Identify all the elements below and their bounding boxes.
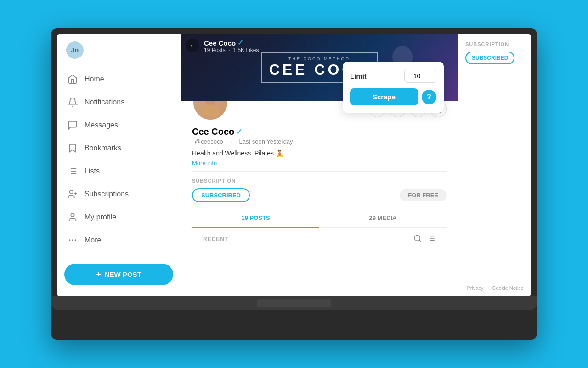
- svg-point-9: [71, 213, 74, 217]
- sidebar: Jo Home: [57, 34, 181, 296]
- right-subscription-section: SUBSCRIPTION SUBSCRIBED: [465, 41, 524, 64]
- banner-profile-name: Cee Coco ✓: [204, 39, 259, 47]
- sidebar-item-label-subscriptions: Subscriptions: [85, 190, 129, 198]
- laptop-base: [51, 296, 537, 310]
- sidebar-item-bookmarks[interactable]: Bookmarks: [61, 137, 177, 159]
- recent-row: RECENT: [192, 228, 447, 251]
- more-info-link[interactable]: More info: [192, 160, 447, 167]
- sidebar-item-my-profile[interactable]: My profile: [61, 206, 177, 228]
- sidebar-item-label-notifications: Notifications: [85, 98, 124, 106]
- recent-label: RECENT: [203, 236, 228, 242]
- profile-tabs: 19 POSTS 29 MEDIA: [192, 209, 447, 228]
- tab-media[interactable]: 29 MEDIA: [319, 209, 447, 227]
- svg-point-6: [70, 190, 73, 194]
- sidebar-item-label-lists: Lists: [85, 167, 100, 175]
- svg-line-23: [419, 240, 420, 241]
- bell-icon: [67, 97, 78, 108]
- plus-icon: +: [96, 270, 101, 279]
- home-icon: [67, 74, 78, 85]
- subscribed-button[interactable]: SUBSCRIBED: [192, 188, 250, 202]
- scrape-limit-row: Limit: [350, 69, 436, 83]
- svg-point-16: [201, 105, 220, 116]
- sidebar-item-label-more: More: [85, 236, 101, 244]
- privacy-link[interactable]: Privacy: [467, 285, 483, 291]
- new-post-button[interactable]: + NEW POST: [64, 264, 173, 285]
- filter-icon[interactable]: [427, 234, 435, 244]
- scrape-actions: Scrape ?: [350, 88, 436, 105]
- profile-name: Cee Coco ✓: [192, 126, 447, 137]
- sidebar-item-more[interactable]: More: [61, 229, 177, 251]
- limit-label: Limit: [350, 72, 367, 80]
- back-button[interactable]: ←: [186, 39, 199, 52]
- right-footer: Privacy · Cookie Notice: [467, 285, 524, 291]
- help-button[interactable]: ?: [422, 90, 436, 104]
- new-post-label: NEW POST: [105, 270, 141, 278]
- scrape-popup: Limit Scrape ?: [343, 62, 444, 113]
- laptop-screen: Jo Home: [57, 34, 531, 296]
- svg-point-22: [414, 235, 420, 241]
- sidebar-item-subscriptions[interactable]: Subscriptions: [61, 183, 177, 205]
- sidebar-item-messages[interactable]: Messages: [61, 114, 177, 136]
- sidebar-nav: Home Notifications: [57, 68, 181, 256]
- verified-badge: ✓: [236, 127, 242, 136]
- profile-banner-info: Cee Coco ✓ 19 Posts · 1.5K Likes: [204, 39, 259, 53]
- search-icon[interactable]: [413, 234, 422, 244]
- more-icon: [67, 235, 78, 246]
- limit-input[interactable]: [404, 69, 436, 83]
- profile-bio: Health and Wellness, Pilates 🧘...: [192, 150, 447, 157]
- sidebar-item-notifications[interactable]: Notifications: [61, 91, 177, 113]
- profile-handle: @ceecoco · Last seen Yesterday: [192, 138, 447, 145]
- svg-point-12: [69, 240, 70, 241]
- banner-profile-stats: 19 Posts · 1.5K Likes: [204, 47, 259, 53]
- recent-icons: [413, 234, 435, 244]
- main-content: ← Cee Coco ✓ 19 Posts · 1.5K Likes: [181, 34, 458, 296]
- bookmark-icon: [67, 143, 78, 154]
- laptop-trackpad: [257, 299, 331, 307]
- sidebar-item-home[interactable]: Home: [61, 68, 177, 90]
- subscription-row: SUBSCRIBED FOR FREE: [192, 188, 447, 202]
- message-icon: [67, 120, 78, 131]
- svg-point-10: [72, 240, 73, 241]
- scrape-button[interactable]: Scrape: [350, 88, 418, 105]
- person-icon: [67, 212, 78, 223]
- right-subscription-label: SUBSCRIPTION: [465, 41, 524, 47]
- right-panel: SUBSCRIPTION SUBSCRIBED Privacy · Cookie…: [458, 34, 531, 296]
- sidebar-item-label-messages: Messages: [85, 121, 118, 129]
- for-free-badge: FOR FREE: [400, 189, 447, 201]
- subscriptions-icon: [67, 189, 78, 200]
- laptop-frame: Jo Home: [51, 28, 537, 340]
- sidebar-item-label-home: Home: [85, 75, 104, 83]
- sidebar-item-label-my-profile: My profile: [85, 213, 116, 221]
- verified-icon-banner: ✓: [237, 39, 243, 47]
- user-avatar[interactable]: Jo: [66, 41, 84, 59]
- subscription-label: SUBSCRIPTION: [192, 178, 447, 184]
- banner-sub-text: THE COCO METHOD: [269, 57, 370, 61]
- svg-point-11: [75, 240, 76, 241]
- right-subscribed-button[interactable]: SUBSCRIBED: [465, 52, 514, 64]
- sidebar-item-label-bookmarks: Bookmarks: [85, 144, 121, 152]
- subscription-section: SUBSCRIPTION SUBSCRIBED FOR FREE: [192, 171, 447, 209]
- sidebar-item-lists[interactable]: Lists: [61, 160, 177, 182]
- footer-separator: ·: [487, 285, 488, 291]
- list-icon: [67, 166, 78, 177]
- cookie-link[interactable]: Cookie Notice: [492, 285, 524, 291]
- tab-posts[interactable]: 19 POSTS: [192, 209, 319, 227]
